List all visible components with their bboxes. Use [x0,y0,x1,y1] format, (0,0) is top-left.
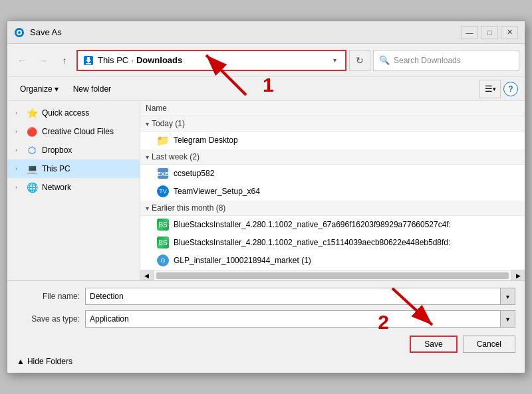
scroll-right-button[interactable]: ▶ [511,270,525,280]
file-item-bluestacks1[interactable]: BS BlueStacksInstaller_4.280.1.1002_nati… [140,216,525,234]
navigation-bar: ← → ↑ This PC [7,44,525,77]
bottom-area: File name: Detection ▾ Save as type: App… [7,280,525,373]
organize-label: Organize [20,84,53,94]
expand-icon-creative-cloud: › [15,128,22,135]
hide-folders-row: ▲ Hide Folders [17,353,515,366]
minimize-button[interactable]: — [461,26,478,39]
group-label-last-week: Last week (2) [152,152,200,161]
folder-icon-telegram: 📁 [156,134,170,147]
svg-point-6 [18,31,21,34]
file-name-teamviewer: TeamViewer_Setup_x64 [174,187,260,196]
dialog-title: Save As [30,27,461,37]
address-bar[interactable]: This PC › Downloads ▾ [76,50,346,71]
organize-button[interactable]: Organize ▾ [14,82,65,96]
expand-icon-quick-access: › [15,110,22,116]
glp-icon: G [156,254,170,267]
sidebar-label-dropbox: Dropbox [42,146,72,155]
main-area: › ⭐ Quick access › 🔴 Creative Cloud File… [7,101,525,280]
file-name-bluestacks1: BlueStacksInstaller_4.280.1.1002_native_… [174,220,451,229]
filetype-row: Save as type: Application ▾ [17,310,515,328]
svg-rect-9 [86,63,91,64]
up-icon: ↑ [63,55,67,66]
network-icon: 🌐 [26,181,38,193]
bluestacks-icon-2: BS [156,236,170,249]
file-name-glp: GLP_installer_1000218944_market (1) [174,256,311,265]
refresh-icon: ↻ [356,55,364,66]
horizontal-scroll-thumb [156,272,509,279]
hide-folders-button[interactable]: ▲ Hide Folders [17,357,72,366]
group-header-last-week[interactable]: ▾ Last week (2) [140,149,525,165]
app-icon [14,27,25,38]
chevron-earlier-month: ▾ [146,205,149,212]
hide-folders-label: Hide Folders [27,357,72,366]
filetype-dropdown-arrow[interactable]: ▾ [500,311,515,327]
creative-cloud-icon: 🔴 [26,126,38,138]
filetype-label: Save as type: [17,314,80,324]
filename-dropdown-arrow[interactable]: ▾ [500,288,515,304]
window-controls: — □ ✕ [461,26,518,39]
action-row: Save Cancel [17,333,515,353]
filename-value: Detection [90,292,499,301]
forward-icon: → [39,55,48,66]
sidebar-item-quick-access[interactable]: › ⭐ Quick access [7,104,140,122]
installer-icon-ccsetup: EXE [156,167,170,180]
save-as-dialog: Save As — □ ✕ ← → ↑ [7,21,525,373]
file-item-bluestacks2[interactable]: BS BlueStacksInstaller_4.280.1.1002_nati… [140,234,525,252]
title-bar: Save As — □ ✕ [7,21,525,44]
sidebar-label-creative-cloud: Creative Cloud Files [42,127,114,136]
file-name-telegram: Telegram Desktop [174,136,238,145]
search-placeholder: Search Downloads [394,56,461,65]
help-button[interactable]: ? [503,82,518,96]
quick-access-icon: ⭐ [26,107,38,119]
chevron-last-week: ▾ [146,153,149,161]
forward-button[interactable]: → [34,51,53,70]
file-item-teamviewer[interactable]: TV TeamViewer_Setup_x64 [140,183,525,201]
maximize-button[interactable]: □ [481,26,498,39]
close-button[interactable]: ✕ [501,26,518,39]
teamviewer-icon: TV [156,185,170,198]
search-icon: 🔍 [379,55,390,65]
file-item-glp[interactable]: G GLP_installer_1000218944_market (1) [140,252,525,270]
file-item-ccsetup[interactable]: EXE ccsetup582 [140,165,525,183]
expand-icon-this-pc: › [15,165,22,172]
save-button[interactable]: Save [410,336,457,353]
group-header-earlier-month[interactable]: ▾ Earlier this month (8) [140,201,525,216]
this-pc-icon: 💻 [26,163,38,175]
back-button[interactable]: ← [13,51,31,70]
sidebar-item-this-pc[interactable]: › 💻 This PC [7,159,140,178]
file-list-header[interactable]: Name [140,101,525,116]
file-list[interactable]: Name ▾ Today (1) 📁 Telegram Desktop ▾ La… [140,101,525,280]
filetype-value: Application [90,314,499,324]
up-button[interactable]: ↑ [55,51,74,70]
scroll-left-button[interactable]: ◀ [140,270,154,280]
toolbar: Organize ▾ New folder ☰ ▾ ? [7,77,525,101]
file-name-bluestacks2: BlueStacksInstaller_4.280.1.1002_native_… [174,238,450,247]
refresh-button[interactable]: ↻ [349,50,370,71]
filename-input[interactable]: Detection ▾ [85,288,515,305]
group-header-today[interactable]: ▾ Today (1) [140,116,525,132]
sidebar-item-creative-cloud[interactable]: › 🔴 Creative Cloud Files [7,122,140,141]
sidebar-item-network[interactable]: › 🌐 Network [7,178,140,197]
path-downloads: Downloads [136,55,182,65]
filetype-input[interactable]: Application ▾ [85,310,515,328]
group-label-earlier-month: Earlier this month (8) [152,203,225,213]
filename-label: File name: [17,292,80,301]
address-dropdown-button[interactable]: ▾ [328,51,341,70]
cancel-button[interactable]: Cancel [463,336,515,353]
view-dropdown-icon: ▾ [493,86,496,92]
file-name-ccsetup: ccsetup582 [174,169,214,178]
view-button[interactable]: ☰ ▾ [479,80,501,98]
expand-icon-network: › [15,184,22,191]
sidebar: › ⭐ Quick access › 🔴 Creative Cloud File… [7,101,140,280]
search-box[interactable]: 🔍 Search Downloads [373,50,519,71]
file-item-telegram[interactable]: 📁 Telegram Desktop [140,132,525,149]
sidebar-label-this-pc: This PC [42,164,70,173]
path-separator-1: › [131,56,134,64]
sidebar-label-network: Network [42,183,71,192]
horizontal-scrollbar[interactable]: ◀ ▶ [140,270,525,280]
dropbox-icon: ⬡ [26,144,38,156]
sidebar-item-dropbox[interactable]: › ⬡ Dropbox [7,141,140,159]
new-folder-button[interactable]: New folder [67,82,117,96]
path-thispc: This PC [98,55,128,65]
bluestacks-icon-1: BS [156,218,170,231]
